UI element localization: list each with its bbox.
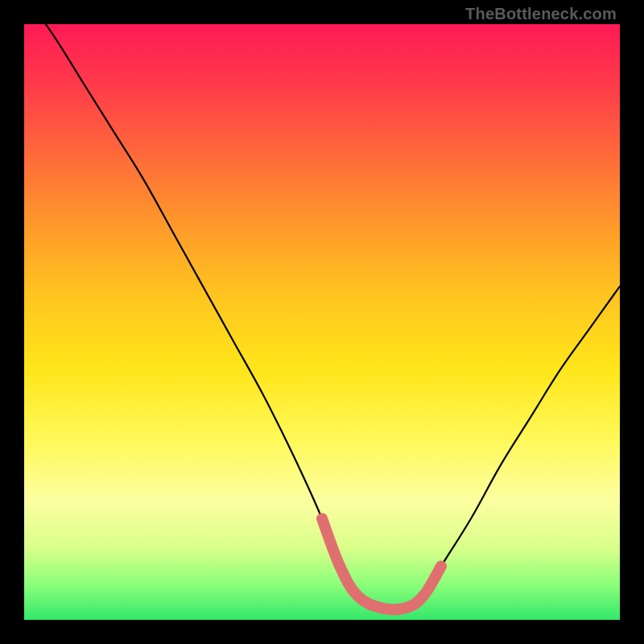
chart-frame: TheBottleneck.com — [0, 0, 644, 644]
valley-highlight — [322, 518, 441, 609]
curve-layer — [24, 24, 620, 620]
watermark-text: TheBottleneck.com — [465, 5, 617, 23]
plot-area — [24, 24, 620, 620]
